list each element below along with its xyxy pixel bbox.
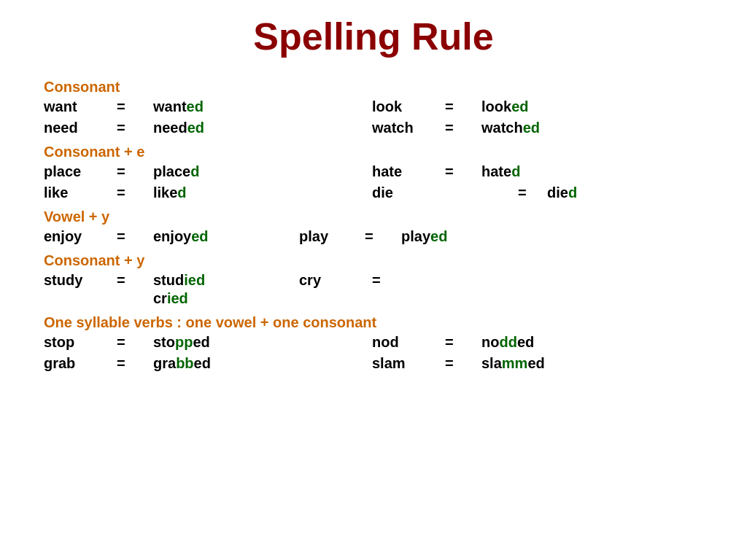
eq-stop: = (117, 334, 153, 351)
eq-die: = (518, 184, 547, 201)
base-slam: slam (372, 355, 445, 372)
result-die: died (547, 184, 678, 201)
eq-watch: = (445, 120, 481, 136)
section-vowel-y: Vowel + y enjoy = enjoyed play = played (44, 209, 703, 245)
section-consonant-y: Consonant + y study = studied cried cry … (44, 252, 703, 307)
eq-need: = (117, 120, 153, 136)
word-row-want-look: want = wanted look = looked (44, 98, 703, 115)
word-row-stop-nod: stop = stopped nod = nodded (44, 334, 703, 351)
base-enjoy: enjoy (44, 228, 117, 245)
result-want: wanted (153, 98, 372, 115)
heading-one-syllable: One syllable verbs : one vowel + one con… (44, 314, 703, 331)
base-want: want (44, 98, 117, 115)
base-die: die (372, 184, 445, 201)
base-watch: watch (372, 120, 445, 136)
result-like: liked (153, 184, 372, 201)
eq-hate: = (445, 163, 481, 180)
eq-cry: = (372, 272, 445, 289)
result-hate: hated (481, 163, 613, 180)
eq-place: = (117, 163, 153, 180)
section-one-syllable: One syllable verbs : one vowel + one con… (44, 314, 703, 372)
heading-consonant-e: Consonant + e (44, 144, 703, 160)
eq-slam: = (445, 355, 481, 372)
result-enjoy: enjoyed (153, 228, 299, 245)
eq-grab: = (117, 355, 153, 372)
base-like: like (44, 184, 117, 201)
base-play: play (299, 228, 365, 245)
heading-vowel-y: Vowel + y (44, 209, 703, 225)
base-need: need (44, 120, 117, 136)
result-place: placed (153, 163, 372, 180)
result-grab: grabbed (153, 355, 372, 372)
eq-enjoy: = (117, 228, 153, 245)
section-consonant-e: Consonant + e place = placed hate = hate… (44, 144, 703, 201)
eq-like: = (117, 184, 153, 201)
result-stop: stopped (153, 334, 372, 351)
result-watch: watched (481, 120, 613, 136)
base-place: place (44, 163, 117, 180)
result-slam: slammed (481, 355, 613, 372)
result-study: studied cried (153, 272, 299, 307)
heading-consonant: Consonant (44, 79, 703, 96)
word-row-enjoy-play: enjoy = enjoyed play = played (44, 228, 703, 245)
word-row-place-hate: place = placed hate = hated (44, 163, 703, 180)
base-cry: cry (299, 272, 372, 289)
word-row-like-die: like = liked die = died (44, 184, 703, 201)
result-play: played (401, 228, 518, 245)
result-need: needed (153, 120, 372, 136)
base-hate: hate (372, 163, 445, 180)
word-row-need-watch: need = needed watch = watched (44, 120, 703, 136)
section-consonant: Consonant want = wanted look = looked ne… (44, 79, 703, 136)
base-grab: grab (44, 355, 117, 372)
base-look: look (372, 98, 445, 115)
base-study: study (44, 272, 117, 289)
base-nod: nod (372, 334, 445, 351)
eq-nod: = (445, 334, 481, 351)
result-look: looked (481, 98, 613, 115)
eq-play: = (365, 228, 401, 245)
result-nod: nodded (481, 334, 613, 351)
eq-want: = (117, 98, 153, 115)
word-row-grab-slam: grab = grabbed slam = slammed (44, 355, 703, 372)
eq-study: = (117, 272, 153, 289)
page-title: Spelling Rule (44, 15, 703, 58)
heading-consonant-y: Consonant + y (44, 252, 703, 269)
word-row-study-cry: study = studied cried cry = (44, 272, 703, 307)
eq-look: = (445, 98, 481, 115)
base-stop: stop (44, 334, 117, 351)
